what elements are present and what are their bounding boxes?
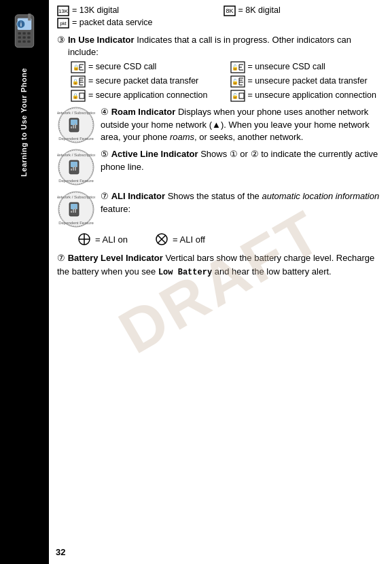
svg-rect-9 xyxy=(22,40,25,42)
item-8k-label: = 8K digital xyxy=(238,5,281,15)
active-line-network-icon: Network / Subscription Dependent Feature xyxy=(57,148,95,186)
svg-rect-51 xyxy=(239,93,244,99)
roam-network-icon: Network / Subscription Dependent Feature xyxy=(57,106,95,144)
top-table: 13K = 13K digital 8K = 8K digital pkt = … xyxy=(57,5,384,29)
indicator-secure-csd: 🔒 = secure CSD call xyxy=(71,61,225,73)
item-packet: pkt = packet data service xyxy=(57,18,218,29)
indicator-secure-app: 🔒 = secure application connection xyxy=(71,90,225,102)
unsecure-csd-icon: 🔓 xyxy=(230,61,245,73)
svg-text:🔒: 🔒 xyxy=(72,78,79,85)
indicator-unsecure-app: 🔓 = unsecure application connection xyxy=(230,90,385,102)
svg-text:pkt: pkt xyxy=(60,21,66,27)
ali-section: Network / Subscription Dependent Feature… xyxy=(57,190,384,228)
in-use-number: ③ xyxy=(57,34,65,46)
svg-rect-55 xyxy=(71,120,77,125)
item-8k: 8K = 8K digital xyxy=(224,5,385,16)
svg-rect-76 xyxy=(75,208,76,213)
battery-number: ⑦ xyxy=(57,253,68,263)
in-use-title: In Use Indicator xyxy=(68,35,135,45)
ali-text: ⑦ ALI Indicator Shows the status of the … xyxy=(101,190,384,215)
low-battery-text: Low Battery xyxy=(158,268,212,277)
secure-packet-icon: 🔒 xyxy=(71,75,86,88)
svg-rect-73 xyxy=(71,204,77,209)
svg-rect-57 xyxy=(73,125,74,128)
secure-csd-icon: 🔒 xyxy=(71,61,86,73)
svg-text:🔒: 🔒 xyxy=(72,92,79,99)
svg-rect-3 xyxy=(22,32,25,34)
sidebar-label: Learning to Use Your Phone xyxy=(20,68,29,177)
8k-icon: 8K xyxy=(224,5,236,16)
ali-off-icon xyxy=(155,232,168,246)
page-number: 32 xyxy=(56,547,65,557)
ali-number: ⑦ xyxy=(101,191,111,201)
indicator-table: 🔒 = secure CSD call 🔓 = unsecure xyxy=(71,61,384,102)
ali-on-label: = ALI on xyxy=(95,234,128,245)
page-wrapper: i Learning to Use Your Phone DRAFT 13K =… xyxy=(0,0,392,564)
svg-rect-48 xyxy=(79,93,84,99)
svg-rect-4 xyxy=(27,32,30,34)
svg-rect-56 xyxy=(71,126,72,128)
active-line-title: Active Line Indicator xyxy=(111,149,198,159)
svg-text:🔓: 🔓 xyxy=(232,78,238,85)
13k-icon: 13K xyxy=(57,5,69,16)
secure-packet-label: = secure packet data transfer xyxy=(88,75,198,87)
active-line-text: ⑤ Active Line Indicator Shows ① or ② to … xyxy=(101,148,384,173)
svg-text:i: i xyxy=(20,21,22,28)
ali-off-label: = ALI off xyxy=(173,234,205,245)
item-13k-label: = 13K digital xyxy=(72,5,119,15)
svg-text:🔓: 🔓 xyxy=(232,64,238,71)
svg-rect-74 xyxy=(71,211,72,213)
svg-text:🔓: 🔓 xyxy=(232,92,238,99)
item-13k: 13K = 13K digital xyxy=(57,5,218,16)
phone-icon: i xyxy=(8,14,41,54)
svg-text:🔒: 🔒 xyxy=(73,64,79,71)
svg-rect-8 xyxy=(18,40,21,42)
secure-app-label: = secure application connection xyxy=(88,90,207,101)
svg-text:8K: 8K xyxy=(226,7,233,14)
svg-rect-58 xyxy=(75,124,76,128)
svg-rect-66 xyxy=(73,167,74,171)
svg-rect-67 xyxy=(75,166,76,171)
unsecure-packet-label: = unsecure packet data transfer xyxy=(248,75,368,87)
ali-network-icon: Network / Subscription Dependent Feature xyxy=(57,190,95,228)
svg-rect-7 xyxy=(27,36,30,38)
svg-rect-2 xyxy=(18,32,21,34)
indicator-unsecure-csd: 🔓 = unsecure CSD call xyxy=(230,61,385,73)
svg-rect-6 xyxy=(22,36,25,38)
indicator-unsecure-packet: 🔓 = unsecure packet data transfer xyxy=(230,75,385,88)
packet-icon: pkt xyxy=(57,18,69,29)
roam-title: Roam Indicator xyxy=(111,107,176,117)
main-content: DRAFT 13K = 13K digital 8K = 8K digital xyxy=(49,0,392,564)
secure-csd-label: = secure CSD call xyxy=(88,61,156,73)
active-section: Network / Subscription Dependent Feature… xyxy=(57,148,384,186)
battery-title: Battery Level Indicator xyxy=(68,253,163,263)
in-use-header: ③ In Use Indicator Indicates that a call… xyxy=(57,34,384,58)
sidebar: i Learning to Use Your Phone xyxy=(0,0,49,564)
roam-text: ④ Roam Indicator Displays when your phon… xyxy=(101,106,384,143)
ali-off-item: = ALI off xyxy=(155,232,205,246)
ali-on-icon xyxy=(77,232,91,246)
svg-rect-10 xyxy=(27,40,30,42)
roam-number: ④ xyxy=(101,107,111,117)
svg-rect-75 xyxy=(73,209,74,213)
svg-rect-5 xyxy=(18,36,21,38)
ali-title: ALI Indicator xyxy=(111,191,165,201)
battery-section: ⑦ Battery Level Indicator Vertical bars … xyxy=(57,251,384,279)
unsecure-csd-label: = unsecure CSD call xyxy=(248,61,325,73)
roam-section: Network / Subscription Dependent Feature… xyxy=(57,106,384,144)
svg-rect-11 xyxy=(28,14,31,20)
secure-app-icon: 🔒 xyxy=(71,90,86,102)
battery-desc2: and hear the low battery alert. xyxy=(215,266,332,277)
svg-text:13K: 13K xyxy=(58,8,69,14)
item-packet-label: = packet data service xyxy=(72,18,152,27)
ali-indicator-row: = ALI on = ALI off xyxy=(77,232,384,246)
unsecure-app-icon: 🔓 xyxy=(230,90,245,102)
unsecure-app-label: = unsecure application connection xyxy=(248,90,376,101)
unsecure-packet-icon: 🔓 xyxy=(230,75,245,88)
active-line-number: ⑤ xyxy=(101,149,111,159)
svg-rect-64 xyxy=(71,162,77,167)
svg-rect-65 xyxy=(71,169,72,171)
indicator-secure-packet: 🔒 = secure packet data transfer xyxy=(71,75,225,88)
ali-on-item: = ALI on xyxy=(77,232,128,246)
